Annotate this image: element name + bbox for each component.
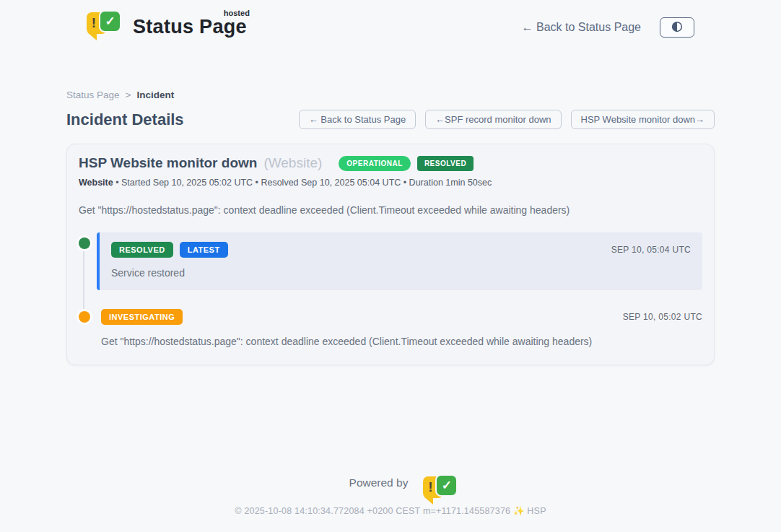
powered-by-row: Powered by ! ✓ — [0, 474, 781, 491]
operational-badge: OPERATIONAL — [339, 156, 411, 171]
timeline-dot-column — [79, 232, 97, 290]
timeline-message: Get "https://hostedstatus.page": context… — [101, 336, 702, 347]
incident-card: HSP Website monitor down (Website) OPERA… — [66, 144, 715, 365]
title-row: Incident Details ← Back to Status Page ←… — [66, 110, 715, 129]
logo-check-bubble: ✓ — [435, 474, 458, 497]
exclaim-glyph: ! — [428, 479, 432, 495]
status-page-logo-icon: ! ✓ — [87, 10, 121, 42]
exclaim-glyph: ! — [92, 15, 96, 31]
brand-text: Status Page — [133, 16, 247, 38]
footer: Powered by ! ✓ © 2025-10-08 14:10:34.772… — [0, 474, 781, 532]
header: ! ✓ Status Page hosted ← Back to Status … — [0, 0, 781, 42]
back-to-status-page-button[interactable]: ← Back to Status Page — [299, 110, 416, 129]
main-content: Status Page > Incident Incident Details … — [66, 42, 715, 474]
logo-check-bubble: ✓ — [99, 10, 121, 32]
timeline-message: Service restored — [111, 267, 691, 279]
powered-by-label: Powered by — [349, 476, 409, 489]
latest-badge: LATEST — [180, 242, 228, 258]
resolved-badge: RESOLVED — [417, 156, 474, 171]
contrast-icon — [671, 20, 684, 35]
timeline-entry-box: INVESTIGATING SEP 10, 05:02 UTC Get "htt… — [97, 309, 702, 347]
header-back-link[interactable]: ← Back to Status Page — [522, 21, 641, 34]
incident-description: Get "https://hostedstatus.page": context… — [79, 204, 702, 216]
resolved-status-badge: RESOLVED — [111, 242, 173, 258]
timeline-entry-investigating: INVESTIGATING SEP 10, 05:02 UTC Get "htt… — [79, 309, 702, 347]
timeline-timestamp: SEP 10, 05:02 UTC — [623, 312, 702, 322]
incident-subtitle: (Website) — [263, 155, 322, 171]
next-incident-button[interactable]: HSP Website monitor down→ — [571, 110, 715, 129]
incident-timeline: RESOLVED LATEST SEP 10, 05:04 UTC Servic… — [79, 232, 702, 347]
meta-service-name: Website — [79, 178, 113, 188]
powered-by-logo-icon[interactable]: ! ✓ — [414, 474, 432, 491]
resolved-dot-icon — [79, 237, 90, 249]
page-title: Incident Details — [66, 110, 184, 129]
meta-details: • Started Sep 10, 2025 05:02 UTC • Resol… — [115, 178, 492, 188]
site-logo[interactable]: ! ✓ Status Page hosted — [87, 10, 247, 42]
investigating-status-badge: INVESTIGATING — [101, 309, 183, 325]
breadcrumb: Status Page > Incident — [66, 90, 715, 100]
brand-hosted-superscript: hosted — [224, 9, 250, 17]
brand-name: Status Page hosted — [133, 16, 247, 38]
prev-incident-button[interactable]: ←SPF record monitor down — [425, 110, 561, 129]
copyright-text: © 2025-10-08 14:10:34.772084 +0200 CEST … — [0, 505, 781, 516]
breadcrumb-separator: > — [126, 90, 131, 100]
timeline-entry-header: INVESTIGATING SEP 10, 05:02 UTC — [101, 309, 702, 325]
header-actions: ← Back to Status Page — [522, 17, 694, 38]
timeline-entry-latest-box: RESOLVED LATEST SEP 10, 05:04 UTC Servic… — [97, 232, 702, 290]
timeline-dot-column — [79, 309, 97, 347]
check-glyph: ✓ — [442, 478, 452, 493]
incident-nav-buttons: ← Back to Status Page ←SPF record monito… — [299, 110, 715, 129]
status-page-app: ! ✓ Status Page hosted ← Back to Status … — [0, 0, 781, 532]
check-glyph: ✓ — [105, 14, 115, 29]
timeline-timestamp: SEP 10, 05:04 UTC — [611, 245, 691, 255]
breadcrumb-incident: Incident — [136, 90, 174, 100]
breadcrumb-status-page[interactable]: Status Page — [66, 90, 120, 100]
theme-toggle-button[interactable] — [660, 17, 694, 38]
timeline-entry-header: RESOLVED LATEST SEP 10, 05:04 UTC — [111, 242, 691, 258]
incident-meta: Website • Started Sep 10, 2025 05:02 UTC… — [79, 178, 702, 188]
incident-title-row: HSP Website monitor down (Website) OPERA… — [79, 155, 702, 171]
investigating-dot-icon — [79, 311, 90, 323]
timeline-entry-resolved: RESOLVED LATEST SEP 10, 05:04 UTC Servic… — [79, 232, 702, 290]
incident-title: HSP Website monitor down — [79, 155, 257, 171]
